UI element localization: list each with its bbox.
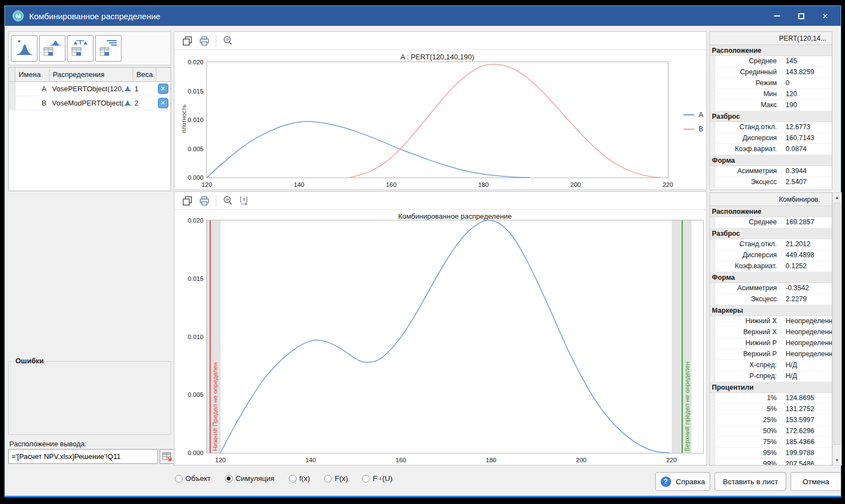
- radio-circle: [324, 475, 332, 483]
- stats-label: Макс: [715, 100, 781, 110]
- stats-row-gutter: [710, 239, 715, 250]
- legend-label: A: [699, 111, 703, 119]
- stats-panel-pert: PERT(120,14...РасположениеСреднее145Сред…: [709, 31, 832, 190]
- column-header-2[interactable]: Распределения: [50, 68, 133, 81]
- table-corner-cell: [9, 68, 15, 81]
- radio-option-1[interactable]: Объект: [175, 474, 211, 483]
- list-options-button[interactable]: [95, 35, 122, 62]
- maximize-button[interactable]: [789, 8, 813, 24]
- help-icon: ?: [661, 477, 671, 487]
- stats-section-header: Разброс: [710, 111, 832, 122]
- radio-option-5[interactable]: F-1(U): [362, 474, 392, 483]
- radio-label: F(x): [334, 474, 348, 483]
- zoom-chart-button[interactable]: [221, 193, 235, 208]
- close-button[interactable]: ✕: [813, 8, 837, 24]
- radio-label-suffix: (U): [382, 474, 393, 483]
- scrollbar-thumb[interactable]: [833, 203, 841, 445]
- stats-row-gutter: [710, 404, 715, 414]
- stats-row-gutter: [710, 133, 715, 143]
- insert-to-sheet-button[interactable]: Вставить в лист: [715, 472, 786, 491]
- zoom-chart-button[interactable]: [221, 34, 235, 48]
- print-chart-button[interactable]: [197, 193, 211, 208]
- stats-row: Эксцесс2.2279: [710, 294, 832, 305]
- toolbar-separator: [216, 35, 216, 47]
- copy-chart-button[interactable]: [180, 193, 194, 208]
- distribution-bell-icon: [123, 99, 132, 108]
- cancel-button[interactable]: Отмена: [791, 472, 841, 491]
- radio-label: Симуляция: [235, 474, 275, 483]
- stats-row-gutter: [710, 459, 715, 466]
- stats-value: 160.7143: [781, 133, 832, 143]
- help-button[interactable]: ? Справка: [655, 472, 710, 491]
- radio-option-2[interactable]: Симуляция: [225, 474, 275, 483]
- delete-row-button[interactable]: ✕: [158, 84, 168, 94]
- window-title: Комбинированное распределение: [29, 12, 160, 21]
- close-icon: ✕: [822, 12, 828, 20]
- stats-section-header: Маркеры: [710, 305, 832, 316]
- stats-row-gutter: [710, 327, 715, 337]
- table-row[interactable]: BVoseModPERTObject(150,180,220,5)2✕: [9, 96, 171, 110]
- stats-row: 95%199.9788: [710, 448, 832, 459]
- column-header-3[interactable]: Веса: [133, 68, 156, 81]
- stats-label: Верхний P: [715, 349, 781, 359]
- stats-row: Верхний XНеопределенный: [710, 327, 832, 338]
- y-tick-label: 0.000: [180, 174, 204, 181]
- range-picker-button[interactable]: [160, 449, 174, 464]
- stats-row: 1%124.8695: [710, 393, 832, 404]
- weights-balance-button[interactable]: [67, 35, 94, 62]
- stats-combined-header: Комбиниров.: [710, 193, 832, 206]
- stats-row: P-спред:Н/Д: [710, 371, 832, 382]
- pert-chart-legend: AB: [683, 108, 703, 136]
- pert-chart-panel: A : PERT(120,140,190) плотность 12014016…: [174, 31, 707, 190]
- radio-option-4[interactable]: F(x): [324, 474, 348, 483]
- y-tick-label: 0.015: [180, 88, 204, 95]
- legend-label: B: [699, 125, 703, 133]
- legend-item-B: B: [683, 122, 703, 136]
- title-bar[interactable]: M Комбинированное распределение ✕: [5, 6, 841, 26]
- delete-row-button[interactable]: ✕: [158, 98, 168, 108]
- toolbar-separator: [216, 195, 216, 207]
- stats-row: Среднее145: [710, 56, 832, 67]
- stats-label: X-спред:: [715, 360, 781, 370]
- minimize-button[interactable]: [765, 8, 789, 24]
- distribution-toolbar: [8, 31, 171, 65]
- stats-value: 0: [781, 78, 832, 88]
- print-chart-button[interactable]: [197, 34, 211, 48]
- stats-scrollbar[interactable]: ▲ ▼: [832, 192, 842, 466]
- copy-icon: [183, 36, 192, 46]
- stats-label: 95%: [715, 448, 781, 458]
- x-tick-label: 160: [386, 181, 397, 188]
- stats-label: 99%: [715, 459, 781, 466]
- output-mode-radios: ОбъектСимуляцияf(x)F(x)F-1(U): [175, 474, 407, 483]
- stats-row-gutter: [710, 56, 715, 67]
- stats-label: Среднее: [715, 217, 781, 228]
- scroll-down-button[interactable]: ▼: [833, 456, 841, 465]
- scroll-up-button[interactable]: ▲: [833, 193, 841, 202]
- distribution-to-cells-button[interactable]: [39, 35, 65, 62]
- stats-pert-header-text: PERT(120,14...: [779, 35, 826, 42]
- radio-option-3[interactable]: f(x): [289, 474, 310, 483]
- radio-circle: [362, 475, 370, 483]
- stats-row-gutter: [710, 360, 715, 370]
- stats-section-header: Разброс: [710, 228, 832, 239]
- cell-delete: ✕: [155, 96, 171, 110]
- row-selector-cell[interactable]: [9, 82, 15, 96]
- x-tick-label: 140: [305, 457, 316, 463]
- distribution-formula: VoseModPERTObject(150,180,220,5): [52, 99, 124, 107]
- distribution-table-header: ИменаРаспределенияВеса: [9, 68, 171, 82]
- x-tick-label: 220: [666, 457, 677, 463]
- y-tick-label: 0.020: [180, 59, 204, 65]
- row-selector-cell[interactable]: [9, 96, 15, 110]
- column-header-1[interactable]: Имена: [15, 68, 50, 81]
- stats-value: 124.8695: [781, 393, 832, 403]
- table-row[interactable]: AVosePERTObject(120,140,190)1✕: [9, 82, 171, 96]
- app-logo-icon: M: [13, 10, 24, 21]
- x-axis-scale-button[interactable]: [ x ]: [238, 193, 252, 208]
- output-location-input[interactable]: [8, 449, 158, 464]
- curve-Комбинированное: [221, 220, 670, 453]
- stats-row: 25%153.5997: [710, 415, 832, 426]
- x-tick-label: 120: [201, 181, 212, 188]
- stats-label: Среднее: [715, 56, 781, 67]
- copy-chart-button[interactable]: [180, 34, 194, 48]
- add-distribution-button[interactable]: [11, 35, 37, 62]
